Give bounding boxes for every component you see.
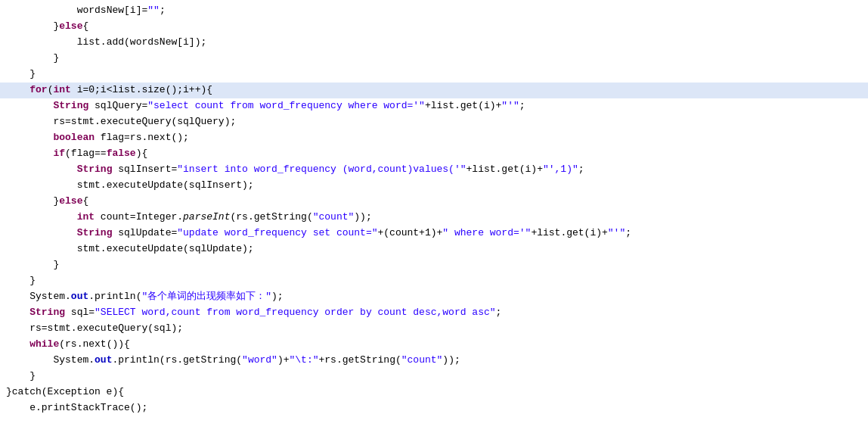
line-content: String sqlInsert="insert into word_frequ… [6,162,584,178]
code-line: if(flag==false){ [0,146,868,162]
code-line: } [0,257,868,273]
code-token: ; [519,100,525,111]
line-content: boolean flag=rs.next(); [6,130,189,146]
code-token: "" [147,5,160,16]
code-token: } [53,259,59,270]
line-content: wordsNew[i]=""; [6,3,166,19]
line-content: while(rs.next()){ [6,337,130,353]
code-token: ; [496,307,502,318]
code-line: }else{ [0,19,868,35]
code-token: "count" [401,354,443,366]
code-token: (rs.next()){ [59,338,130,350]
code-token: else [59,20,82,32]
code-line: while(rs.next()){ [0,337,868,353]
code-line: String sqlInsert="insert into word_frequ… [0,162,868,178]
code-token: (rs.getString( [230,211,312,223]
code-token: "\t:" [290,354,319,366]
code-line: for(int i=0;i<list.size();i++){ [0,83,868,98]
line-content: e.printStackTrace(); [6,400,147,416]
code-line: } [0,369,868,385]
code-token: e.printStackTrace(); [29,402,147,413]
line-content: }else{ [6,194,88,210]
code-token: out [95,354,112,366]
code-token: ; [578,164,584,175]
code-line: rs=stmt.executeQuery(sql); [0,321,868,337]
code-line: stmt.executeUpdate(sqlInsert); [0,178,868,194]
code-token: i=0;i<list.size();i++){ [71,84,212,95]
code-line: System.out.println("各个单词的出现频率如下："); [0,289,868,305]
code-token: } [29,68,36,79]
code-token: else [59,195,82,207]
code-token: String [53,100,88,111]
code-token: stmt.executeUpdate(sqlInsert); [77,179,254,191]
line-content: stmt.executeUpdate(sqlUpdate); [6,241,254,257]
code-token: .println( [88,291,141,302]
code-token: "'" [608,227,625,238]
code-line: int count=Integer.parseInt(rs.getString(… [0,210,868,226]
line-content: if(flag==false){ [6,146,147,162]
code-token: +list.get(i)+ [425,100,501,111]
code-token: wordsNew[i] [77,5,142,16]
code-token: } [53,52,59,64]
code-token: "insert into word_frequency (word,count)… [177,164,466,175]
code-token: } [29,370,36,382]
code-token: "update word_frequency set count=" [177,227,377,238]
line-content: String sqlQuery="select count from word_… [6,98,525,114]
code-token: int [77,211,95,223]
code-line: String sqlUpdate="update word_frequency … [0,226,868,241]
code-line: }else{ [0,194,868,210]
code-line: e.printStackTrace(); [0,400,868,416]
code-token: "word" [242,354,277,366]
code-line: } [0,51,868,67]
code-token: "各个单词的出现频率如下：" [141,291,271,302]
code-token: String [29,307,65,318]
code-token: false [107,148,136,159]
line-content: }catch(Exception e){ [6,385,124,400]
code-token: +list.get(i)+ [467,164,543,175]
line-content: } [6,257,59,273]
code-token: (flag== [65,148,107,159]
line-content: System.out.println(rs.getString("word")+… [6,353,460,369]
code-token: sql= [65,307,95,318]
code-token: count=Integer. [95,211,183,223]
code-token: for [29,84,47,95]
line-content: System.out.println("各个单词的出现频率如下："); [6,289,284,305]
code-token: stmt.executeUpdate(sqlUpdate); [77,243,254,254]
code-token: sqlInsert= [112,164,177,175]
code-token: int [53,84,70,95]
code-line: stmt.executeUpdate(sqlUpdate); [0,241,868,257]
code-token: out [71,291,88,302]
code-token: ); [271,291,284,302]
code-token: while [29,338,59,350]
line-content: for(int i=0;i<list.size();i++){ [6,83,212,98]
line-content: }else{ [6,19,88,35]
code-token: sqlQuery= [88,100,147,111]
code-token: ; [160,5,166,16]
code-token: parseInt [183,211,230,223]
code-token: String [77,227,113,238]
code-token: boolean [53,132,95,143]
code-line: String sql="SELECT word,count from word_… [0,305,868,321]
line-content: String sqlUpdate="update word_frequency … [6,226,631,241]
line-content: } [6,369,36,385]
code-token: { [82,20,88,32]
line-content: } [6,273,36,289]
code-line: list.add(wordsNew[i]); [0,35,868,51]
line-content: list.add(wordsNew[i]); [6,35,206,51]
code-token: "select count from word_frequency where … [147,100,425,111]
code-token: .println(rs.getString( [112,354,242,366]
code-token: )); [442,354,460,366]
code-token: "SELECT word,count from word_frequency o… [95,307,496,318]
code-token: "',1)" [543,164,578,175]
line-content: } [6,51,59,67]
code-token: "count" [313,211,355,223]
code-token: } [29,275,36,286]
code-line: String sqlQuery="select count from word_… [0,98,868,114]
code-token: +rs.getString( [319,354,401,366]
code-token: flag=rs.next(); [95,132,189,143]
code-token: .add(wordsNew[i]); [101,36,206,48]
line-content: rs=stmt.executeQuery(sql); [6,321,183,337]
code-line: boolean flag=rs.next(); [0,130,868,146]
line-content: String sql="SELECT word,count from word_… [6,305,501,321]
code-line: } [0,273,868,289]
